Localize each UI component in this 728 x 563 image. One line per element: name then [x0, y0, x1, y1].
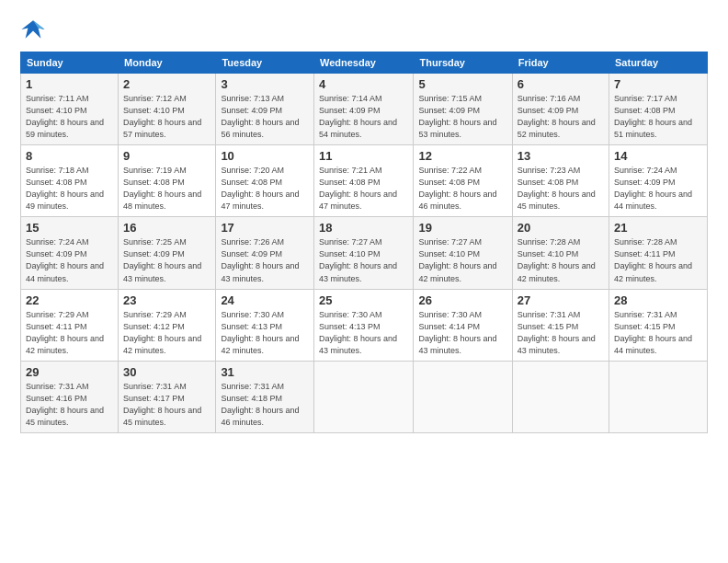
page: SundayMondayTuesdayWednesdayThursdayFrid… — [0, 0, 728, 563]
calendar-cell: 1Sunrise: 7:11 AMSunset: 4:10 PMDaylight… — [21, 74, 119, 145]
logo-icon — [20, 17, 46, 42]
calendar-cell: 31Sunrise: 7:31 AMSunset: 4:18 PMDayligh… — [216, 361, 314, 432]
day-number: 28 — [614, 293, 702, 307]
calendar-cell: 23Sunrise: 7:29 AMSunset: 4:12 PMDayligh… — [119, 289, 216, 361]
calendar-cell: 27Sunrise: 7:31 AMSunset: 4:15 PMDayligh… — [512, 289, 609, 361]
day-info: Sunrise: 7:19 AMSunset: 4:08 PMDaylight:… — [123, 165, 210, 213]
calendar-cell: 2Sunrise: 7:12 AMSunset: 4:10 PMDaylight… — [119, 74, 216, 145]
day-number: 23 — [123, 293, 210, 307]
day-number: 3 — [221, 77, 309, 91]
day-number: 17 — [221, 221, 309, 235]
calendar-week-5: 29Sunrise: 7:31 AMSunset: 4:16 PMDayligh… — [21, 361, 708, 432]
day-number: 12 — [418, 149, 506, 163]
day-number: 5 — [418, 77, 506, 91]
calendar-cell: 30Sunrise: 7:31 AMSunset: 4:17 PMDayligh… — [119, 361, 216, 432]
day-info: Sunrise: 7:20 AMSunset: 4:08 PMDaylight:… — [221, 165, 309, 213]
day-number: 18 — [319, 221, 409, 235]
day-info: Sunrise: 7:29 AMSunset: 4:12 PMDaylight:… — [123, 309, 210, 357]
calendar-cell: 20Sunrise: 7:28 AMSunset: 4:10 PMDayligh… — [512, 217, 609, 289]
calendar-cell: 3Sunrise: 7:13 AMSunset: 4:09 PMDaylight… — [216, 74, 314, 145]
calendar-cell: 16Sunrise: 7:25 AMSunset: 4:09 PMDayligh… — [119, 217, 216, 289]
calendar-cell: 7Sunrise: 7:17 AMSunset: 4:08 PMDaylight… — [609, 74, 708, 145]
weekday-header-sunday: Sunday — [21, 52, 119, 74]
day-info: Sunrise: 7:16 AMSunset: 4:09 PMDaylight:… — [518, 93, 604, 141]
day-info: Sunrise: 7:31 AMSunset: 4:17 PMDaylight:… — [123, 381, 210, 429]
calendar-cell: 5Sunrise: 7:15 AMSunset: 4:09 PMDaylight… — [414, 74, 512, 145]
calendar-cell: 11Sunrise: 7:21 AMSunset: 4:08 PMDayligh… — [313, 145, 414, 217]
calendar-cell: 10Sunrise: 7:20 AMSunset: 4:08 PMDayligh… — [216, 145, 314, 217]
day-info: Sunrise: 7:26 AMSunset: 4:09 PMDaylight:… — [221, 236, 309, 284]
day-info: Sunrise: 7:25 AMSunset: 4:09 PMDaylight:… — [123, 236, 210, 284]
day-number: 25 — [319, 293, 409, 307]
calendar-cell: 15Sunrise: 7:24 AMSunset: 4:09 PMDayligh… — [21, 217, 119, 289]
calendar-week-2: 8Sunrise: 7:18 AMSunset: 4:08 PMDaylight… — [21, 145, 708, 217]
calendar-cell: 28Sunrise: 7:31 AMSunset: 4:15 PMDayligh… — [609, 289, 708, 361]
calendar-cell: 24Sunrise: 7:30 AMSunset: 4:13 PMDayligh… — [216, 289, 314, 361]
day-number: 9 — [123, 149, 210, 163]
day-number: 8 — [26, 149, 113, 163]
calendar-cell: 4Sunrise: 7:14 AMSunset: 4:09 PMDaylight… — [313, 74, 414, 145]
calendar-cell: 18Sunrise: 7:27 AMSunset: 4:10 PMDayligh… — [313, 217, 414, 289]
weekday-header-thursday: Thursday — [414, 52, 512, 74]
day-info: Sunrise: 7:23 AMSunset: 4:08 PMDaylight:… — [518, 165, 604, 213]
calendar-week-4: 22Sunrise: 7:29 AMSunset: 4:11 PMDayligh… — [21, 289, 708, 361]
day-info: Sunrise: 7:27 AMSunset: 4:10 PMDaylight:… — [319, 236, 409, 284]
calendar-cell — [512, 361, 609, 432]
day-info: Sunrise: 7:13 AMSunset: 4:09 PMDaylight:… — [221, 93, 309, 141]
calendar-cell: 12Sunrise: 7:22 AMSunset: 4:08 PMDayligh… — [414, 145, 512, 217]
day-info: Sunrise: 7:22 AMSunset: 4:08 PMDaylight:… — [418, 165, 506, 213]
day-number: 16 — [123, 221, 210, 235]
day-info: Sunrise: 7:18 AMSunset: 4:08 PMDaylight:… — [26, 165, 113, 213]
calendar-cell: 21Sunrise: 7:28 AMSunset: 4:11 PMDayligh… — [609, 217, 708, 289]
day-number: 6 — [518, 77, 604, 91]
day-number: 20 — [518, 221, 604, 235]
calendar-cell: 14Sunrise: 7:24 AMSunset: 4:09 PMDayligh… — [609, 145, 708, 217]
day-info: Sunrise: 7:28 AMSunset: 4:10 PMDaylight:… — [518, 236, 604, 284]
day-info: Sunrise: 7:24 AMSunset: 4:09 PMDaylight:… — [26, 236, 113, 284]
day-info: Sunrise: 7:12 AMSunset: 4:10 PMDaylight:… — [123, 93, 210, 141]
day-info: Sunrise: 7:30 AMSunset: 4:14 PMDaylight:… — [418, 309, 506, 357]
calendar-cell: 13Sunrise: 7:23 AMSunset: 4:08 PMDayligh… — [512, 145, 609, 217]
calendar-cell — [313, 361, 414, 432]
day-info: Sunrise: 7:27 AMSunset: 4:10 PMDaylight:… — [418, 236, 506, 284]
calendar-cell: 29Sunrise: 7:31 AMSunset: 4:16 PMDayligh… — [21, 361, 119, 432]
calendar-week-1: 1Sunrise: 7:11 AMSunset: 4:10 PMDaylight… — [21, 74, 708, 145]
weekday-header-tuesday: Tuesday — [216, 52, 314, 74]
calendar-cell: 8Sunrise: 7:18 AMSunset: 4:08 PMDaylight… — [21, 145, 119, 217]
calendar-cell: 25Sunrise: 7:30 AMSunset: 4:13 PMDayligh… — [313, 289, 414, 361]
day-number: 10 — [221, 149, 309, 163]
day-info: Sunrise: 7:14 AMSunset: 4:09 PMDaylight:… — [319, 93, 409, 141]
day-number: 27 — [518, 293, 604, 307]
day-number: 29 — [26, 365, 113, 379]
day-number: 15 — [26, 221, 113, 235]
day-info: Sunrise: 7:21 AMSunset: 4:08 PMDaylight:… — [319, 165, 409, 213]
day-number: 2 — [123, 77, 210, 91]
day-info: Sunrise: 7:28 AMSunset: 4:11 PMDaylight:… — [614, 236, 702, 284]
day-number: 4 — [319, 77, 409, 91]
weekday-header-friday: Friday — [512, 52, 609, 74]
calendar-week-3: 15Sunrise: 7:24 AMSunset: 4:09 PMDayligh… — [21, 217, 708, 289]
day-info: Sunrise: 7:17 AMSunset: 4:08 PMDaylight:… — [614, 93, 702, 141]
calendar-cell — [609, 361, 708, 432]
day-info: Sunrise: 7:31 AMSunset: 4:15 PMDaylight:… — [518, 309, 604, 357]
svg-marker-0 — [21, 20, 44, 39]
day-number: 13 — [518, 149, 604, 163]
calendar-cell: 6Sunrise: 7:16 AMSunset: 4:09 PMDaylight… — [512, 74, 609, 145]
day-number: 7 — [614, 77, 702, 91]
day-number: 14 — [614, 149, 702, 163]
day-info: Sunrise: 7:31 AMSunset: 4:18 PMDaylight:… — [221, 381, 309, 429]
day-number: 1 — [26, 77, 113, 91]
day-info: Sunrise: 7:11 AMSunset: 4:10 PMDaylight:… — [26, 93, 113, 141]
day-number: 26 — [418, 293, 506, 307]
header — [20, 17, 708, 42]
day-info: Sunrise: 7:29 AMSunset: 4:11 PMDaylight:… — [26, 309, 113, 357]
weekday-header-wednesday: Wednesday — [313, 52, 414, 74]
calendar-cell: 17Sunrise: 7:26 AMSunset: 4:09 PMDayligh… — [216, 217, 314, 289]
day-number: 31 — [221, 365, 309, 379]
calendar-table: SundayMondayTuesdayWednesdayThursdayFrid… — [20, 52, 708, 433]
weekday-header-saturday: Saturday — [609, 52, 708, 74]
calendar-cell: 9Sunrise: 7:19 AMSunset: 4:08 PMDaylight… — [119, 145, 216, 217]
logo — [20, 17, 50, 42]
day-info: Sunrise: 7:30 AMSunset: 4:13 PMDaylight:… — [221, 309, 309, 357]
day-info: Sunrise: 7:31 AMSunset: 4:16 PMDaylight:… — [26, 381, 113, 429]
